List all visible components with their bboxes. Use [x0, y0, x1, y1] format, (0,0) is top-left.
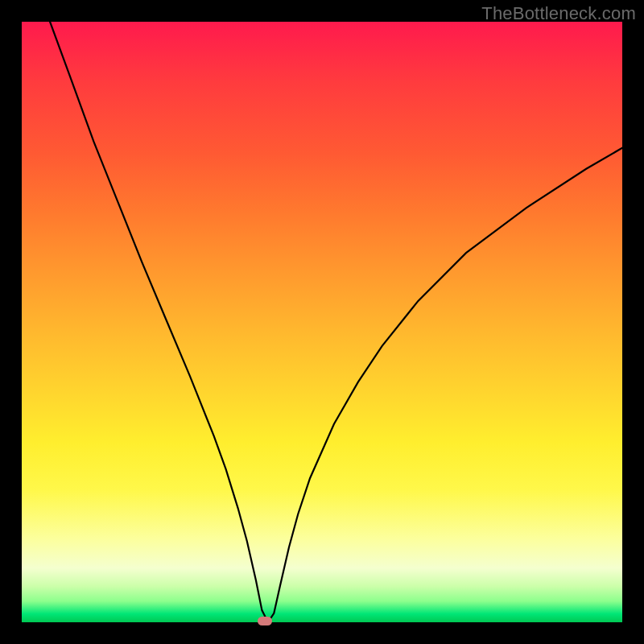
chart-frame: TheBottleneck.com	[0, 0, 644, 644]
watermark-text: TheBottleneck.com	[481, 3, 636, 24]
optimal-marker	[258, 617, 272, 625]
plot-area	[22, 22, 622, 622]
bottleneck-curve	[22, 22, 622, 622]
